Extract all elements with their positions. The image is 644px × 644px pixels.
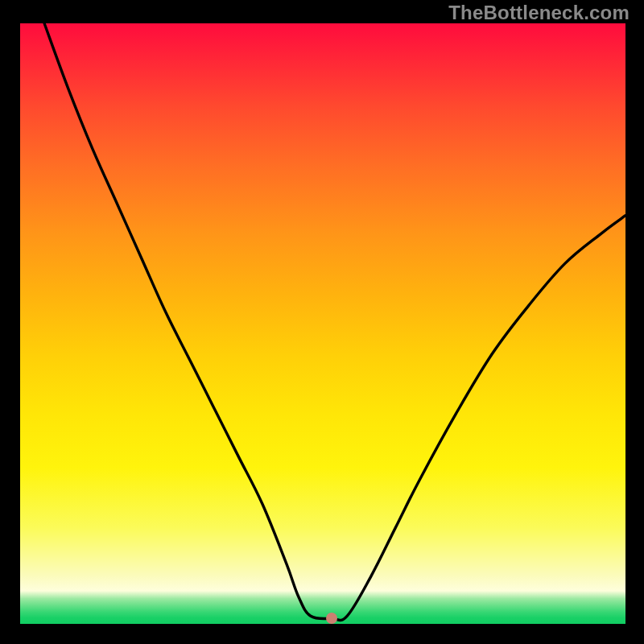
watermark-text: TheBottleneck.com (448, 2, 630, 24)
optimal-point-marker (326, 613, 337, 624)
chart-root: TheBottleneck.com (0, 0, 644, 644)
bottleneck-curve (20, 23, 625, 624)
